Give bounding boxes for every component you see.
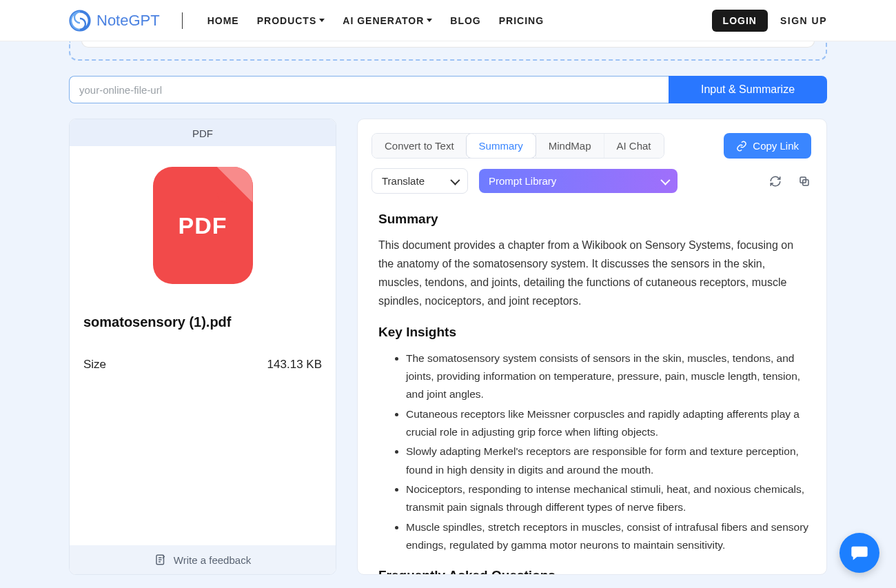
- list-item: Slowly adapting Merkel's receptors are r…: [406, 443, 811, 479]
- nav-ai-generator[interactable]: AI GENERATOR: [343, 15, 432, 26]
- translate-dropdown[interactable]: Translate: [371, 168, 468, 194]
- view-tabs: Convert to Text Summary MindMap AI Chat: [371, 133, 664, 159]
- page-body: Input & Summarize PDF PDF somatosensory …: [0, 41, 896, 588]
- nav-separator: [182, 12, 183, 29]
- login-button[interactable]: LOGIN: [712, 10, 768, 32]
- tab-ai-chat[interactable]: AI Chat: [604, 134, 664, 158]
- refresh-icon: [769, 175, 782, 187]
- write-feedback-button[interactable]: Write a feedback: [70, 545, 336, 574]
- list-item: Cutaneous receptors like Meissner corpus…: [406, 405, 811, 442]
- summary-panel: Convert to Text Summary MindMap AI Chat …: [357, 119, 827, 575]
- copy-button[interactable]: [797, 174, 811, 188]
- chevron-down-icon: [660, 175, 670, 185]
- input-summarize-button[interactable]: Input & Summarize: [669, 76, 827, 103]
- prompt-library-dropdown[interactable]: Prompt Library: [479, 169, 678, 193]
- copy-link-label: Copy Link: [753, 140, 799, 152]
- nav-pricing[interactable]: PRICING: [499, 15, 544, 26]
- chat-bubble-icon: [850, 543, 869, 562]
- feedback-icon: [154, 554, 167, 566]
- refresh-button[interactable]: [768, 174, 782, 188]
- header-right: LOGIN SIGN UP: [712, 10, 827, 32]
- nav-home[interactable]: HOME: [207, 15, 239, 26]
- online-file-url-input[interactable]: [69, 76, 669, 103]
- signup-link[interactable]: SIGN UP: [780, 15, 827, 26]
- prompt-library-label: Prompt Library: [489, 175, 556, 187]
- brand-name: NoteGPT: [96, 12, 160, 30]
- summary-content[interactable]: Summary This document provides a chapter…: [371, 205, 819, 574]
- key-insights-heading: Key Insights: [378, 325, 811, 340]
- top-nav: HOME PRODUCTS AI GENERATOR BLOG PRICING: [207, 15, 544, 26]
- app-header: NoteGPT HOME PRODUCTS AI GENERATOR BLOG …: [0, 0, 896, 41]
- logo-swirl-icon: [69, 10, 91, 32]
- url-input-row: Input & Summarize: [69, 76, 827, 103]
- file-type-header: PDF: [70, 119, 336, 146]
- nav-blog[interactable]: BLOG: [450, 15, 480, 26]
- tab-mindmap[interactable]: MindMap: [536, 134, 604, 158]
- pdf-file-icon: PDF: [153, 167, 253, 284]
- copy-link-button[interactable]: Copy Link: [724, 133, 811, 159]
- summary-heading: Summary: [378, 212, 811, 227]
- list-item: Nociceptors, responding to intense mecha…: [406, 480, 811, 517]
- copy-icon: [798, 175, 811, 187]
- nav-products[interactable]: PRODUCTS: [257, 15, 325, 26]
- caret-down-icon: [427, 19, 432, 22]
- key-insights-list: The somatosensory system consists of sen…: [378, 349, 811, 555]
- file-meta: Size 143.13 KB: [83, 358, 322, 372]
- file-card-body: PDF somatosensory (1).pdf Size 143.13 KB: [70, 146, 336, 545]
- translate-label: Translate: [382, 175, 425, 187]
- write-feedback-label: Write a feedback: [174, 554, 251, 566]
- pdf-icon-text: PDF: [153, 212, 253, 239]
- list-item: Muscle spindles, stretch receptors in mu…: [406, 518, 811, 555]
- file-name: somatosensory (1).pdf: [83, 314, 322, 330]
- svg-point-0: [70, 10, 90, 30]
- dropzone-bottom-edge[interactable]: [69, 41, 827, 61]
- link-icon: [736, 141, 747, 152]
- faq-heading: Frequently Asked Questions: [378, 568, 811, 574]
- chevron-down-icon: [450, 175, 460, 185]
- file-card: PDF PDF somatosensory (1).pdf Size 143.1…: [69, 119, 336, 575]
- summary-toolbar: Convert to Text Summary MindMap AI Chat …: [371, 133, 819, 159]
- chat-fab[interactable]: [839, 533, 879, 573]
- summary-subtoolbar: Translate Prompt Library: [371, 168, 819, 194]
- tab-summary[interactable]: Summary: [466, 133, 536, 159]
- brand-logo[interactable]: NoteGPT: [69, 10, 160, 32]
- nav-ai-generator-label: AI GENERATOR: [343, 15, 424, 26]
- caret-down-icon: [319, 19, 325, 22]
- file-size-value: 143.13 KB: [267, 358, 322, 372]
- summary-paragraph: This document provides a chapter from a …: [378, 236, 811, 311]
- nav-products-label: PRODUCTS: [257, 15, 317, 26]
- list-item: The somatosensory system consists of sen…: [406, 349, 811, 404]
- file-size-label: Size: [83, 358, 106, 372]
- tab-convert-to-text[interactable]: Convert to Text: [372, 134, 467, 158]
